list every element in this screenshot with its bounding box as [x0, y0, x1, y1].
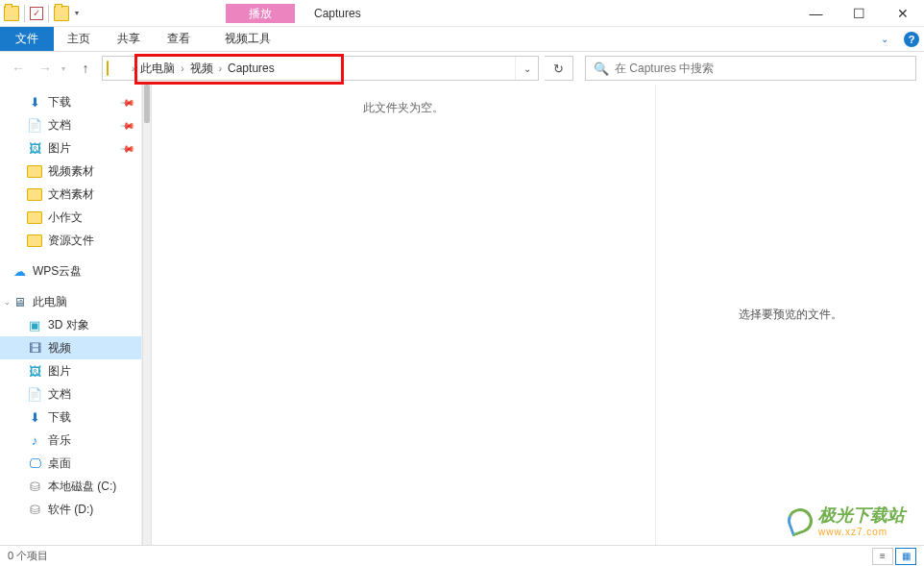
sidebar-item-label: 资源文件: [48, 233, 94, 249]
breadcrumb-arrow-icon[interactable]: ›: [179, 63, 185, 74]
pin-icon: 📌: [120, 117, 135, 133]
sidebar-this-pc[interactable]: ⌄ 🖥 此电脑: [0, 290, 141, 313]
search-box[interactable]: 🔍: [585, 56, 916, 81]
3d-icon: ▣: [27, 317, 42, 332]
address-bar[interactable]: › 此电脑 › 视频 › Captures ⌄: [102, 56, 539, 81]
properties-icon[interactable]: ✓: [30, 7, 43, 20]
back-button[interactable]: ←: [8, 58, 29, 79]
document-icon: 📄: [27, 386, 42, 402]
help-icon: ?: [904, 32, 919, 47]
title-bar: ✓ ▾ 播放 Captures — ☐ ✕: [0, 0, 924, 27]
sidebar-item[interactable]: 🖼图片: [0, 359, 141, 382]
sidebar-item-label: 桌面: [48, 455, 71, 472]
navigation-row: ← → ▾ ↑ › 此电脑 › 视频 › Captures ⌄ ↻ 🔍: [0, 52, 924, 85]
search-icon: 🔍: [594, 62, 609, 76]
empty-folder-text: 此文件夹为空。: [363, 100, 444, 116]
sidebar-item[interactable]: ⛁本地磁盘 (C:): [0, 475, 141, 498]
sidebar-item[interactable]: 文档素材: [0, 183, 141, 206]
watermark-text: 极光下载站: [818, 505, 905, 525]
quick-access-toolbar: ✓ ▾: [0, 5, 86, 22]
breadcrumb-captures[interactable]: Captures: [224, 62, 279, 75]
sidebar-item[interactable]: 📄文档: [0, 382, 141, 406]
address-folder-icon: [107, 61, 109, 76]
sidebar-item-label: 视频素材: [48, 163, 94, 180]
view-details-button[interactable]: ≡: [872, 548, 893, 565]
sidebar-item[interactable]: 🎞视频: [0, 336, 141, 359]
cloud-icon: ☁: [12, 263, 27, 279]
sidebar-item-label: 文档: [48, 386, 71, 403]
pin-icon: 📌: [120, 140, 135, 156]
sidebar-item-label: 视频: [48, 340, 71, 357]
new-folder-icon[interactable]: [54, 6, 69, 21]
content-scrollbar[interactable]: [142, 85, 152, 545]
folder-icon: [4, 6, 19, 21]
sidebar-wps[interactable]: ☁ WPS云盘: [0, 259, 141, 283]
search-input[interactable]: [615, 62, 908, 75]
sidebar-pc-label: 此电脑: [33, 294, 67, 310]
sidebar-item-label: 小作文: [48, 209, 83, 226]
scrollbar-thumb[interactable]: [144, 85, 150, 123]
forward-button[interactable]: →: [35, 58, 56, 79]
address-dropdown-icon[interactable]: ⌄: [515, 57, 538, 80]
history-dropdown-icon[interactable]: ▾: [61, 64, 65, 73]
navigation-pane[interactable]: ⬇下载📌📄文档📌🖼图片📌视频素材文档素材小作文资源文件 ☁ WPS云盘 ⌄ 🖥 …: [0, 85, 142, 545]
breadcrumb-arrow-icon[interactable]: ›: [130, 63, 136, 74]
status-bar: 0 个项目 ≡ ▦: [0, 545, 924, 566]
up-button[interactable]: ↑: [75, 58, 96, 79]
body: ⬇下载📌📄文档📌🖼图片📌视频素材文档素材小作文资源文件 ☁ WPS云盘 ⌄ 🖥 …: [0, 85, 924, 545]
tab-share[interactable]: 共享: [104, 27, 154, 51]
folder-icon: [27, 163, 42, 179]
sidebar-item[interactable]: 小作文: [0, 206, 141, 229]
sidebar-item[interactable]: ▣3D 对象: [0, 313, 141, 336]
disk-icon: ⛁: [27, 502, 42, 517]
sidebar-item[interactable]: 🖼图片📌: [0, 136, 141, 160]
watermark-logo-icon: [784, 504, 815, 536]
sidebar-item[interactable]: 资源文件: [0, 229, 141, 252]
pc-icon: 🖥: [12, 294, 27, 309]
sidebar-item[interactable]: 📄文档📌: [0, 113, 141, 136]
breadcrumb-videos[interactable]: 视频: [186, 61, 217, 77]
qat-dropdown-icon[interactable]: ▾: [75, 9, 79, 17]
minimize-button[interactable]: —: [794, 0, 838, 27]
file-list[interactable]: 此文件夹为空。: [152, 85, 655, 545]
breadcrumb-pc[interactable]: 此电脑: [136, 61, 179, 77]
music-icon: ♪: [27, 432, 42, 448]
download-icon: ⬇: [27, 409, 42, 425]
tab-view[interactable]: 查看: [154, 27, 204, 51]
tab-video-tools[interactable]: 视频工具: [211, 27, 284, 51]
watermark: 极光下载站 www.xz7.com: [788, 504, 905, 537]
sidebar-item[interactable]: ⛁软件 (D:): [0, 498, 141, 521]
maximize-button[interactable]: ☐: [838, 0, 881, 27]
document-icon: 📄: [27, 117, 42, 133]
view-large-icons-button[interactable]: ▦: [895, 548, 916, 565]
sidebar-wps-label: WPS云盘: [33, 263, 82, 280]
sidebar-item-label: 图片: [48, 363, 71, 380]
folder-icon: [27, 186, 42, 202]
sidebar-item[interactable]: 🖵桌面: [0, 452, 141, 475]
status-item-count: 0 个项目: [8, 549, 48, 563]
ribbon-tabs: 文件 主页 共享 查看 视频工具 ⌄ ?: [0, 27, 924, 52]
breadcrumb-arrow-icon[interactable]: ›: [217, 63, 224, 74]
file-tab[interactable]: 文件: [0, 27, 54, 51]
preview-pane: 选择要预览的文件。: [655, 85, 924, 545]
contextual-tab-play[interactable]: 播放: [226, 4, 295, 23]
chevron-down-icon[interactable]: ⌄: [4, 298, 11, 307]
sidebar-item[interactable]: ⬇下载: [0, 406, 141, 429]
sidebar-item-label: 音乐: [48, 432, 71, 449]
disk-icon: ⛁: [27, 479, 42, 494]
sidebar-item[interactable]: ♪音乐: [0, 429, 141, 452]
folder-icon: [27, 209, 42, 225]
close-button[interactable]: ✕: [881, 0, 924, 27]
tab-home[interactable]: 主页: [54, 27, 104, 51]
sidebar-item-label: 下载: [48, 409, 71, 426]
sidebar-item-label: 图片: [48, 140, 71, 157]
sidebar-item-label: 软件 (D:): [48, 502, 93, 518]
preview-placeholder: 选择要预览的文件。: [739, 307, 842, 323]
help-button[interactable]: ?: [899, 27, 924, 51]
sidebar-item[interactable]: 视频素材: [0, 160, 141, 183]
refresh-button[interactable]: ↻: [545, 56, 573, 81]
sidebar-item[interactable]: ⬇下载📌: [0, 90, 141, 113]
picture-icon: 🖼: [27, 363, 42, 379]
ribbon-expand-icon[interactable]: ⌄: [870, 27, 899, 51]
picture-icon: 🖼: [27, 140, 42, 156]
